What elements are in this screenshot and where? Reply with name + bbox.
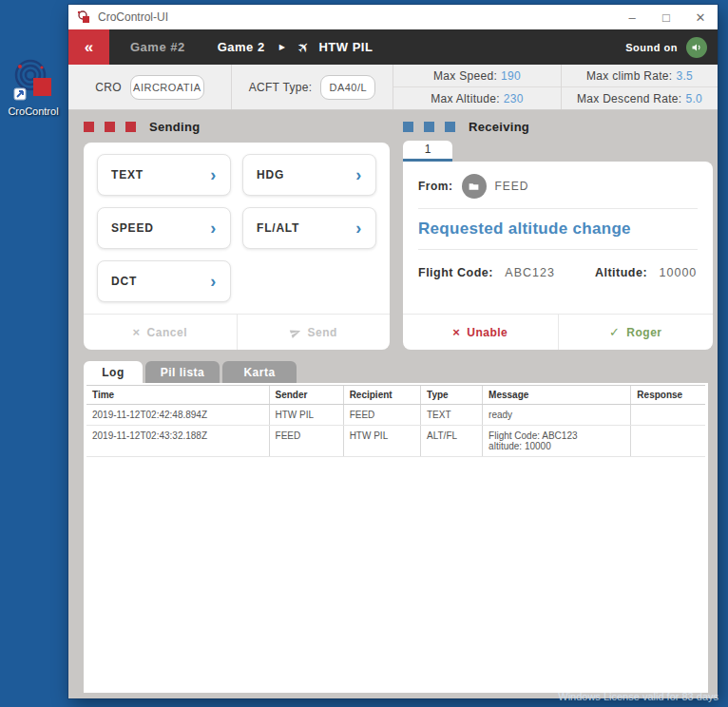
collapse-sidebar-button[interactable]: « (68, 29, 109, 65)
paper-plane-icon (288, 325, 302, 339)
flight-code-pair: Flight Code: ABC123 (418, 263, 555, 280)
minimize-button[interactable]: – (615, 5, 649, 29)
close-button[interactable]: ✕ (683, 5, 718, 29)
col-response: Response (631, 386, 705, 405)
desktop: CroControl CroControl-UI – □ ✕ « Game #2… (0, 0, 728, 707)
flalt-command-label: FL/ALT (257, 221, 299, 235)
roger-button[interactable]: ✓ Roger (558, 315, 714, 350)
receiving-card: From: FEED Requested altitude change (403, 162, 713, 350)
cell-recipient: HTW PIL (343, 426, 420, 457)
sending-command-grid: TEXT › HDG › SPEED › FL/ALT (84, 143, 390, 314)
max-climb-label: Max climb Rate: (586, 69, 673, 83)
col-recipient: Recipient (343, 386, 420, 405)
max-speed-row: Max Speed: 190 (393, 65, 561, 87)
titlebar: CroControl-UI – □ ✕ (68, 5, 718, 29)
send-button[interactable]: Send (237, 315, 391, 350)
hdg-command-label: HDG (257, 168, 284, 182)
acft-type-input[interactable] (320, 75, 375, 100)
max-descend-label: Max Descend Rate: (577, 92, 681, 105)
flight-code-label: Flight Code: (418, 266, 493, 279)
red-square-icon (125, 122, 136, 132)
cell-type: TEXT (421, 405, 483, 426)
max-climb-row: Max climb Rate: 3.5 (562, 65, 718, 87)
max-speed-value: 190 (501, 69, 521, 83)
sending-panel: Sending TEXT › HDG › SPEED (84, 116, 390, 357)
cell-type: ALT/FL (421, 426, 483, 457)
cell-response (631, 426, 705, 457)
log-section: Log Pil lista Karta Time Sender Recipien… (68, 357, 718, 698)
desktop-shortcut-crocontrol[interactable]: CroControl (5, 59, 62, 117)
chevron-right-icon: › (210, 273, 217, 290)
windows-license-text: Windows License valid for 83 days (558, 691, 718, 702)
game-name-label: Game 2 (218, 40, 265, 54)
max-climb-value: 3.5 (676, 69, 693, 83)
max-altitude-row: Max Altitude: 230 (393, 87, 561, 109)
flalt-command-button[interactable]: FL/ALT › (242, 207, 376, 249)
unable-x-icon: × (452, 326, 460, 338)
aircraft-info-bar: CRO ACFT Type: Max Speed: 190 Max Altitu… (68, 65, 718, 110)
log-tabs: Log Pil lista Karta (84, 361, 708, 383)
cro-label: CRO (95, 81, 122, 94)
sending-title: Sending (149, 120, 200, 134)
cro-cell: CRO (68, 65, 232, 109)
sound-status-label: Sound on (625, 42, 678, 53)
text-command-label: TEXT (111, 168, 144, 182)
check-icon: ✓ (609, 326, 620, 338)
hdg-command-button[interactable]: HDG › (242, 154, 376, 196)
tab-pil-lista[interactable]: Pil lista (145, 361, 220, 383)
main-area: Sending TEXT › HDG › SPEED (68, 110, 718, 357)
cancel-button[interactable]: × Cancel (84, 315, 237, 350)
blue-square-icon (403, 122, 413, 132)
speed-command-button[interactable]: SPEED › (97, 207, 231, 249)
max-altitude-label: Max Altitude: (431, 92, 500, 105)
message-title: Requested altitude change (418, 220, 698, 239)
sending-card: TEXT › HDG › SPEED › FL/ALT (84, 143, 390, 350)
cro-input[interactable] (130, 75, 204, 100)
desktop-shortcut-label: CroControl (5, 105, 62, 117)
receiving-tab-1[interactable]: 1 (403, 141, 452, 162)
log-header-row: Time Sender Recipient Type Message Respo… (86, 386, 705, 405)
red-square-icon (84, 122, 94, 132)
receiving-panel: Receiving 1 From: F (403, 116, 713, 357)
tab-karta[interactable]: Karta (222, 361, 297, 383)
text-command-button[interactable]: TEXT › (97, 154, 231, 196)
unable-label: Unable (467, 326, 508, 339)
max-descend-value: 5.0 (685, 92, 702, 105)
divider (418, 249, 698, 250)
unable-button[interactable]: × Unable (403, 315, 558, 350)
chevron-right-icon: › (355, 220, 362, 237)
cell-recipient: FEED (343, 405, 420, 426)
max-altitude-value: 230 (504, 92, 524, 105)
speaker-icon (691, 42, 702, 53)
cancel-x-icon: × (133, 326, 141, 338)
dct-command-label: DCT (111, 275, 137, 288)
receiving-title: Receiving (469, 120, 529, 134)
flight-code-value: ABC123 (505, 266, 555, 279)
sending-header: Sending (84, 116, 390, 137)
from-row: From: FEED (418, 171, 698, 201)
divider (418, 208, 698, 209)
chevron-right-icon: › (210, 166, 217, 183)
cell-response (631, 405, 705, 426)
cancel-label: Cancel (147, 326, 187, 339)
from-value: FEED (495, 180, 529, 193)
crocontrol-logo-icon (11, 59, 55, 103)
col-message: Message (483, 386, 631, 405)
table-row[interactable]: 2019-11-12T02:43:32.188Z FEED HTW PIL AL… (86, 426, 705, 457)
send-label: Send (308, 326, 337, 339)
sound-toggle-button[interactable] (686, 37, 707, 58)
game-number-label: Game #2 (130, 40, 185, 54)
cell-time: 2019-11-12T02:43:32.188Z (86, 426, 269, 457)
dct-command-button[interactable]: DCT › (97, 260, 231, 302)
col-sender: Sender (269, 386, 343, 405)
tab-log[interactable]: Log (84, 361, 143, 383)
from-label: From: (418, 180, 453, 193)
col-time: Time (86, 386, 269, 405)
receiving-tab-row: 1 (403, 141, 713, 162)
app-window: CroControl-UI – □ ✕ « Game #2 Game 2 ▶ ✈… (68, 5, 718, 698)
maximize-button[interactable]: □ (649, 5, 683, 29)
table-row[interactable]: 2019-11-12T02:42:48.894Z HTW PIL FEED TE… (86, 405, 705, 426)
receiving-header: Receiving (403, 116, 713, 137)
sending-actions: × Cancel Send (84, 314, 390, 350)
callsign-label: HTW PIL (318, 40, 373, 54)
